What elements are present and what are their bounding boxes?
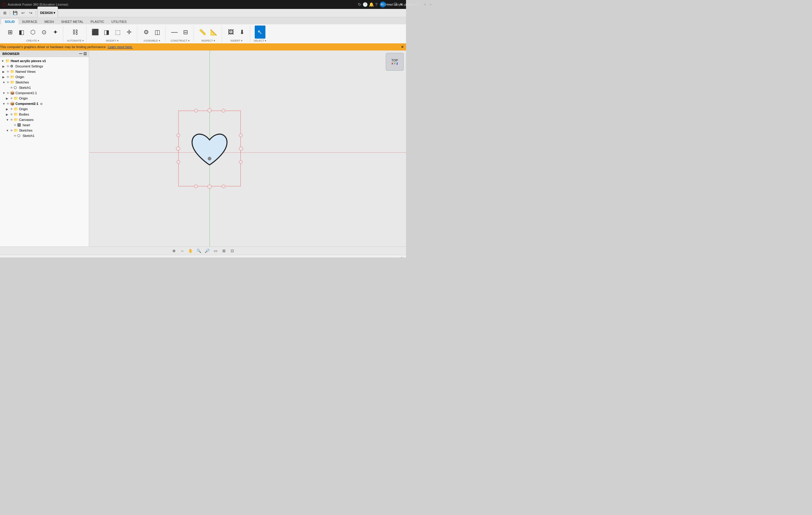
- tree-component2-sketches[interactable]: ▼ 👁 📁 Sketches: [0, 128, 89, 133]
- tab-solid[interactable]: SOLID: [1, 19, 19, 24]
- tree-root[interactable]: ▼ 📁 Heart acrylic pieces v1: [0, 58, 89, 64]
- automate-btn[interactable]: ⛓: [70, 26, 81, 39]
- tab-plastic[interactable]: PLASTIC: [87, 19, 108, 24]
- browser-tree: ▼ 📁 Heart acrylic pieces v1 ▶ 👁 ⚙ Docume…: [0, 57, 89, 246]
- tab-surface[interactable]: SURFACE: [19, 19, 41, 24]
- inspect-section-btn[interactable]: 📐: [209, 26, 219, 39]
- automate-buttons: ⛓: [70, 24, 81, 39]
- view-cube-axes: X Y Z: [392, 62, 398, 65]
- tree-canvases[interactable]: ▼ 👁 📁 Canvases: [0, 117, 89, 122]
- tab-utilities[interactable]: UTILITIES: [108, 19, 130, 24]
- app-title: Autodesk Fusion 360 (Education License): [8, 3, 68, 6]
- undo-btn[interactable]: ↩: [19, 10, 26, 16]
- fit-btn[interactable]: ⊕: [170, 248, 177, 254]
- modify-buttons: ⬛ ◨ ⬚ ✛: [90, 24, 135, 39]
- select-buttons: ↖: [255, 24, 265, 39]
- warning-dismiss[interactable]: ✕: [401, 45, 404, 49]
- create-sweep-btn[interactable]: ⊙: [39, 26, 49, 39]
- settings-btn[interactable]: ⚙: [400, 256, 404, 258]
- notifications-icon[interactable]: 🔔: [369, 2, 374, 7]
- file-icon: ⚙: [380, 2, 383, 6]
- tree-component2-origin[interactable]: ▶ 👁 📁 Origin: [0, 106, 89, 112]
- create-extrude-btn[interactable]: ◧: [16, 26, 27, 39]
- tree-sketches-root[interactable]: ▼ 👁 📁 Sketches: [0, 80, 89, 85]
- assemble-joint-btn[interactable]: ⚙: [141, 26, 152, 39]
- insert-file-btn[interactable]: ⬇: [237, 26, 248, 39]
- puzzle-notch-bottom: [207, 185, 212, 189]
- fillet-icon: ◨: [104, 29, 109, 35]
- viewport[interactable]: TOP X Y Z: [89, 51, 406, 246]
- browser-collapse-btn[interactable]: —: [79, 52, 82, 56]
- construct-axis-btn[interactable]: ⊟: [180, 26, 191, 39]
- zoom-in-btn[interactable]: 🔍: [195, 248, 202, 254]
- grid-display-btn[interactable]: ⊞: [220, 248, 227, 254]
- create-more-btn[interactable]: ✦: [50, 26, 61, 39]
- tree-heart[interactable]: 👁 🖼 heart: [0, 122, 89, 128]
- extrude-icon: ◧: [19, 29, 24, 35]
- tree-component2[interactable]: ▼ 👁 📦 Component2:1 ⊙: [0, 101, 89, 106]
- horizontal-axis: [89, 152, 406, 153]
- bottom-toolbar: ⊕ ↔ ✋ 🔍 🔎 ▭ ⊞ ⊡: [0, 246, 406, 255]
- tree-sketch1-root[interactable]: 👁 ⬡ Sketch1: [0, 85, 89, 90]
- modify-move-btn[interactable]: ✛: [124, 26, 135, 39]
- modify-fillet-btn[interactable]: ◨: [102, 26, 112, 39]
- insert-image-btn[interactable]: 🖼: [226, 26, 236, 39]
- view-cube[interactable]: TOP X Y Z: [386, 53, 404, 71]
- warning-link[interactable]: Learn more here.: [108, 45, 133, 49]
- view-options-btn[interactable]: ⊡: [229, 248, 236, 254]
- fit-all-btn[interactable]: ↔: [179, 248, 186, 254]
- component2-label: Component2:1: [16, 102, 38, 105]
- chamfer-icon: ⬚: [115, 29, 121, 35]
- browser-header: BROWSER — ◫: [0, 51, 89, 57]
- display-mode-btn[interactable]: ▭: [212, 248, 219, 254]
- browser-title: BROWSER: [2, 52, 19, 56]
- tree-named-views[interactable]: ▶ 👁 📁 Named Views: [0, 69, 89, 74]
- puzzle-notch-left: [176, 146, 180, 151]
- tree-origin-root[interactable]: ▶ 👁 📁 Origin: [0, 74, 89, 80]
- browser-pin-btn[interactable]: ◫: [84, 52, 86, 56]
- collapse-comments-btn[interactable]: ◫: [26, 257, 29, 258]
- zoom-out-btn[interactable]: 🔎: [204, 248, 211, 254]
- sync-icon[interactable]: ↻: [358, 2, 361, 7]
- inspect-label: INSPECT ▾: [202, 39, 215, 42]
- create-new-component-btn[interactable]: ⊞: [5, 26, 16, 39]
- construct-buttons: — ⊟: [169, 24, 191, 39]
- component1-origin-label: Origin: [19, 96, 28, 100]
- modify-label: MODIFY ▾: [106, 39, 119, 42]
- puzzle-notch-r-t: [239, 133, 242, 137]
- grid-icon[interactable]: ⊞: [1, 10, 8, 16]
- tree-component2-bodies[interactable]: ▶ 👁 📁 Bodies: [0, 112, 89, 117]
- component2-origin-label: Origin: [19, 107, 28, 111]
- tree-component1-origin[interactable]: ▶ 👁 📁 Origin: [0, 96, 89, 101]
- tree-component1[interactable]: ▼ 👁 📦 Component1:1: [0, 90, 89, 96]
- inspect-measure-btn[interactable]: 📏: [197, 26, 208, 39]
- help-icon[interactable]: ?: [375, 2, 377, 7]
- tab-sheet-metal[interactable]: SHEET METAL: [57, 19, 87, 24]
- puzzle-notch-l-t: [177, 133, 180, 137]
- select-btn[interactable]: ↖: [255, 26, 265, 39]
- construct-plane-btn[interactable]: —: [169, 26, 180, 39]
- sketch1-root-label: Sketch1: [19, 86, 31, 89]
- add-comment-btn[interactable]: +: [23, 257, 25, 258]
- save-btn[interactable]: 💾: [11, 10, 19, 16]
- bodies-label: Bodies: [19, 113, 29, 116]
- history-icon[interactable]: 🕐: [362, 2, 368, 7]
- revolve-icon: ⬡: [30, 29, 35, 35]
- group-automate: ⛓ AUTOMATE ▾: [64, 26, 86, 42]
- comments-panel: COMMENTS + ◫ ⚙: [0, 255, 406, 258]
- tree-document-settings[interactable]: ▶ 👁 ⚙ Document Settings: [0, 64, 89, 69]
- automate-label: AUTOMATE ▾: [67, 39, 84, 42]
- automate-icon: ⛓: [72, 29, 78, 35]
- assemble-rigid-btn[interactable]: ◫: [152, 26, 163, 39]
- pan-btn[interactable]: ✋: [187, 248, 194, 254]
- modify-chamfer-btn[interactable]: ⬚: [113, 26, 123, 39]
- section-icon: 📐: [210, 29, 218, 35]
- title-left: ⬡ Autodesk Fusion 360 (Education License…: [2, 2, 68, 7]
- construct-axis-icon: ⊟: [183, 29, 188, 35]
- create-revolve-btn[interactable]: ⬡: [27, 26, 38, 39]
- tab-mesh[interactable]: MESH: [41, 19, 58, 24]
- modify-press-pull-btn[interactable]: ⬛: [90, 26, 101, 39]
- tree-component2-sketch1[interactable]: 👁 ⬡ Sketch1: [0, 133, 89, 139]
- redo-btn[interactable]: ↪: [27, 10, 34, 16]
- insert-buttons: 🖼 ⬇: [226, 24, 248, 39]
